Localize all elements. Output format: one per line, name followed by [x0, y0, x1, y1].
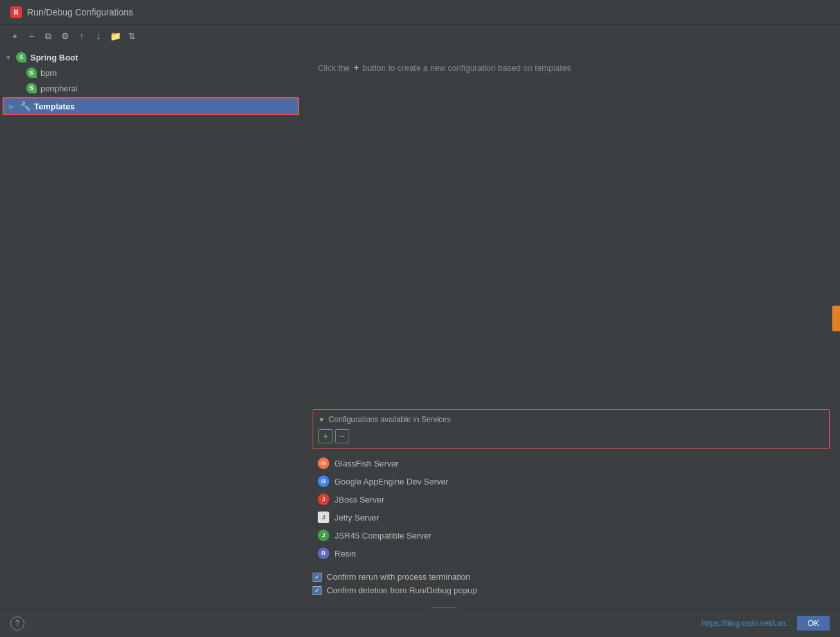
config-item-jetty[interactable]: J Jetty Server — [313, 508, 830, 526]
jboss-icon: J — [318, 494, 329, 505]
window-title: Run/Debug Configurations — [27, 7, 133, 17]
services-header: ▼ Configurations available in Services — [318, 415, 824, 424]
peripheral-icon: S — [26, 82, 37, 94]
hint-text-prefix: Click the — [318, 63, 350, 73]
glassfish-icon: G — [318, 457, 329, 469]
tree-item-bpm[interactable]: S bpm — [0, 65, 302, 80]
bottom-right-area: https://blog.csdn.net/Lxn... OK — [702, 616, 830, 631]
tree-item-templates[interactable]: ▶ 🔧 Templates — [3, 97, 299, 115]
remove-config-button[interactable]: − — [24, 29, 39, 43]
spring-boot-icon: S — [15, 51, 27, 63]
copy-config-button[interactable]: ⧉ — [41, 29, 55, 43]
orange-tab — [832, 306, 840, 331]
jetty-label: Jetty Server — [334, 513, 379, 522]
templates-label: Templates — [34, 102, 75, 111]
services-label: Configurations available in Services — [329, 415, 451, 424]
move-down-button[interactable]: ↓ — [91, 29, 105, 43]
deletion-label: Confirm deletion from Run/Debug popup — [327, 586, 477, 595]
config-item-appengine[interactable]: G Google AppEngine Dev Server — [313, 472, 830, 490]
resin-icon: R — [318, 548, 329, 559]
hint-area: Click the + button to create a new confi… — [302, 47, 840, 88]
csdn-link[interactable]: https://blog.csdn.net/Lxn... — [702, 619, 792, 628]
services-section: ▼ Configurations available in Services +… — [302, 88, 840, 626]
rerun-checkbox[interactable] — [313, 573, 322, 582]
glassfish-label: GlassFish Server — [334, 459, 399, 468]
jsr45-icon: J — [318, 530, 329, 541]
services-remove-button[interactable]: − — [335, 429, 349, 443]
bpm-icon: S — [26, 67, 37, 78]
title-bar: R Run/Debug Configurations — [0, 0, 840, 25]
settings-button[interactable]: ⚙ — [58, 29, 72, 43]
move-up-button[interactable]: ↑ — [75, 29, 89, 43]
bpm-label: bpm — [41, 68, 57, 78]
config-list: G GlassFish Server G Google AppEngine De… — [313, 454, 830, 562]
hint-text-suffix: button to create a new configuration bas… — [363, 63, 571, 73]
jboss-label: JBoss Server — [334, 495, 384, 504]
appengine-label: Google AppEngine Dev Server — [334, 477, 448, 486]
deletion-checkbox-row[interactable]: Confirm deletion from Run/Debug popup — [313, 584, 830, 597]
folder-button[interactable]: 📁 — [108, 29, 122, 43]
right-panel: Click the + button to create a new confi… — [302, 47, 840, 626]
toolbar: + − ⧉ ⚙ ↑ ↓ 📁 ⇅ — [0, 25, 840, 47]
services-toolbar: + − — [318, 429, 824, 443]
tree-arrow-spring-boot: ▼ — [5, 54, 15, 61]
hint-plus-symbol: + — [353, 60, 359, 75]
app-icon: R — [10, 6, 22, 18]
checkboxes-section: Confirm rerun with process termination C… — [313, 570, 830, 597]
services-box: ▼ Configurations available in Services +… — [313, 409, 830, 449]
sort-button[interactable]: ⇅ — [125, 29, 139, 43]
spring-boot-label: Spring Boot — [30, 53, 78, 62]
deletion-checkbox[interactable] — [313, 586, 322, 595]
config-item-jboss[interactable]: J JBoss Server — [313, 490, 830, 508]
jsr45-label: JSR45 Compatible Server — [334, 531, 431, 540]
help-button[interactable]: ? — [10, 616, 24, 631]
config-item-glassfish[interactable]: G GlassFish Server — [313, 454, 830, 472]
rerun-checkbox-row[interactable]: Confirm rerun with process termination — [313, 570, 830, 584]
services-arrow: ▼ — [318, 416, 325, 423]
main-layout: ▼ S Spring Boot S bpm S peripheral ▶ 🔧 — [0, 47, 840, 626]
resin-label: Resin — [334, 549, 356, 559]
services-add-button[interactable]: + — [318, 429, 333, 443]
tree-arrow-templates: ▶ — [9, 103, 19, 110]
add-config-button[interactable]: + — [8, 29, 22, 43]
peripheral-label: peripheral — [41, 84, 78, 93]
jetty-icon: J — [318, 512, 329, 523]
wrench-icon-templates: 🔧 — [19, 100, 31, 112]
appengine-icon: G — [318, 475, 329, 487]
ok-button[interactable]: OK — [797, 616, 830, 631]
tree-item-peripheral[interactable]: S peripheral — [0, 80, 302, 96]
rerun-label: Confirm rerun with process termination — [327, 572, 470, 582]
bottom-bar: ? https://blog.csdn.net/Lxn... OK — [0, 609, 840, 637]
tree-item-spring-boot[interactable]: ▼ S Spring Boot — [0, 50, 302, 65]
config-item-resin[interactable]: R Resin — [313, 544, 830, 562]
config-item-jsr45[interactable]: J JSR45 Compatible Server — [313, 526, 830, 544]
left-panel: ▼ S Spring Boot S bpm S peripheral ▶ 🔧 — [0, 47, 302, 626]
